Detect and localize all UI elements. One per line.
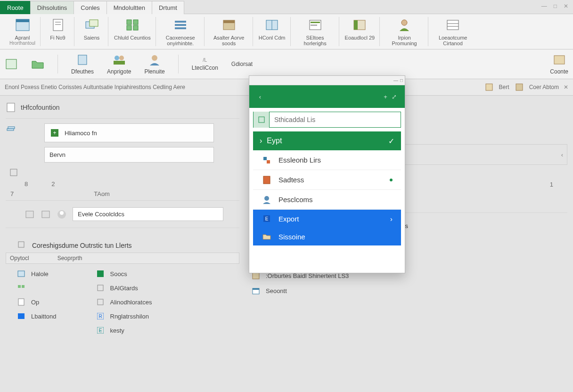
popup-item-2[interactable]: Pesclcoms (253, 190, 401, 210)
ribbon-btn-9[interactable]: Irpion Promuning (381, 17, 428, 46)
svg-rect-53 (98, 285, 103, 291)
svg-rect-36 (7, 103, 15, 112)
popup-item-1[interactable]: Sadtess (253, 170, 401, 190)
ribbon2-btn-3[interactable]: /LLtecliCcon (192, 57, 218, 71)
card-small-icon (553, 53, 566, 66)
close-icon[interactable]: ✕ (564, 3, 568, 9)
ribbon-btn-3[interactable]: Chluld Ceuntios (109, 17, 156, 46)
ribbon-btn-6[interactable]: HConl Cdm (254, 17, 291, 46)
ribbon2-btn-1[interactable]: Anprigote (107, 53, 131, 75)
list-b-0[interactable]: Soocs (95, 267, 152, 281)
chip-a-icon[interactable] (25, 209, 35, 220)
popup-item-0[interactable]: Essleonb Lirs (253, 150, 401, 170)
ribbon-btn-5[interactable]: Asalter Aorve soods (205, 17, 253, 46)
block-blue-icon (16, 311, 26, 321)
popup-search-text: Sthicaddal Lis (270, 116, 320, 123)
left-heading-1: tHfcofountion (6, 99, 239, 115)
chip-b-icon[interactable] (41, 209, 51, 220)
list-b-3[interactable]: RRnglatrsshilon (95, 309, 152, 323)
col-2[interactable]: Seoprprth (57, 255, 82, 261)
svg-rect-12 (175, 24, 186, 26)
tab-1[interactable]: Dihsolutins (30, 1, 74, 14)
ribbon2-btn-4[interactable]: Gdiorsat (231, 61, 253, 67)
popup-min-icon[interactable]: — (393, 78, 398, 83)
col-1[interactable]: Opytocl (10, 255, 29, 261)
path-right-1[interactable]: Coer Abtom (529, 84, 559, 90)
popup-blank (249, 245, 405, 273)
tab-4[interactable]: Drtumt (152, 1, 184, 14)
t-label: TAom (14, 190, 110, 197)
popup-titlebar: — □ (249, 76, 405, 85)
path-right-0[interactable]: Bert (499, 84, 509, 90)
svg-rect-37 (7, 129, 14, 131)
svg-rect-75 (267, 160, 270, 163)
ribbon-btn-10[interactable]: Loeaotcume Cirtanod (429, 17, 476, 46)
avatar-small-icon[interactable] (57, 209, 67, 220)
chevron-left-icon[interactable]: ‹ (561, 151, 563, 158)
ribbon2-icon-b[interactable] (31, 57, 44, 71)
popup-category[interactable]: › Eypt ✓ (253, 131, 401, 150)
list-b-1[interactable]: BAlGtards (95, 281, 152, 295)
note-icon[interactable] (484, 82, 494, 92)
list-a-2[interactable]: Op (16, 295, 57, 309)
tab-3[interactable]: Mndolultten (106, 1, 152, 14)
svg-rect-46 (18, 242, 24, 247)
popup-sel-1[interactable]: Sissoine (253, 228, 401, 245)
form-icon (307, 17, 323, 33)
ribbon-btn-8[interactable]: Eoaudlocl 29 (340, 17, 380, 46)
ribbon2-icon-a[interactable] (5, 57, 18, 71)
rlist-3[interactable]: Seoontt (251, 283, 567, 298)
left-section-title: Coreshigsdume Outrstic tun Llerts (6, 231, 239, 253)
ribbon2-btn-right[interactable]: Coonte (550, 53, 568, 75)
doc-mini-icon (16, 297, 26, 307)
popup-close-icon[interactable]: □ (400, 78, 403, 83)
svg-rect-50 (18, 299, 24, 305)
back-arrow-icon[interactable]: ‹ (256, 92, 264, 101)
expand-icon[interactable]: ⤢ (390, 92, 398, 101)
list-a-1[interactable] (16, 281, 57, 295)
card-icon (221, 17, 237, 33)
list-a-0[interactable]: Halole (16, 267, 57, 281)
panel-small-icon[interactable] (514, 82, 524, 92)
svg-point-32 (152, 55, 157, 61)
maximize-icon[interactable]: □ (554, 3, 557, 9)
ribbon-row-1: Apranl Hrorthantoul Fi No9 Saiens Chluld… (0, 14, 573, 49)
chevron-right-white-icon: › (390, 215, 393, 223)
ribbon2-btn-2[interactable]: Plenuite (144, 53, 164, 75)
svg-text:R: R (98, 314, 102, 319)
ribbon-btn-7[interactable]: SEltoes horlerighs (292, 17, 339, 46)
close-small-icon[interactable]: ✕ (564, 84, 568, 90)
folder-icon (31, 57, 44, 71)
book-orange-icon (262, 175, 272, 185)
ribbon-btn-0[interactable]: Apranl Hrorthantoul (5, 17, 41, 46)
minimize-icon[interactable]: — (541, 3, 547, 9)
ribbon2-btn-0[interactable]: Dfeuthes (71, 53, 94, 75)
svg-text:+: + (53, 130, 56, 136)
plus-icon[interactable]: + (381, 92, 390, 101)
popup-header: ‹ + ⤢ (249, 85, 405, 108)
tab-bar: Roote Dihsolutins Conles Mndolultten Drt… (0, 0, 573, 14)
stack-icon[interactable] (6, 125, 16, 136)
left-item-1[interactable]: + Hliamoco fn (44, 123, 214, 142)
list-a-3[interactable]: Lbaittond (16, 309, 57, 323)
ribbon-btn-2[interactable]: Saiens (75, 17, 108, 46)
cube-icon (262, 155, 272, 165)
cards-icon (84, 17, 100, 33)
svg-rect-15 (223, 20, 235, 23)
tool-icon[interactable] (8, 167, 19, 178)
document-icon (50, 17, 66, 33)
left-item-2[interactable]: Bervn (44, 147, 214, 163)
sheet-icon (5, 57, 18, 71)
popup-sel-0[interactable]: E Export › (253, 210, 401, 228)
list-b-4[interactable]: Ekesty (95, 323, 152, 337)
ribbon-btn-1[interactable]: Fi No9 (41, 17, 74, 46)
tab-2[interactable]: Conles (74, 1, 106, 14)
list-b-2[interactable]: Alinodhloratces (95, 295, 152, 309)
svg-text:E: E (265, 216, 269, 221)
svg-rect-74 (263, 157, 267, 160)
ribbon-btn-4[interactable]: Caoxenoese onyirhinbte. (157, 17, 205, 46)
left-search-box[interactable]: Evele Ccoolcldcs (73, 207, 223, 221)
tab-0[interactable]: Roote (0, 1, 31, 14)
popup-search[interactable]: Sthicaddal Lis (253, 112, 401, 128)
svg-rect-70 (253, 272, 259, 279)
